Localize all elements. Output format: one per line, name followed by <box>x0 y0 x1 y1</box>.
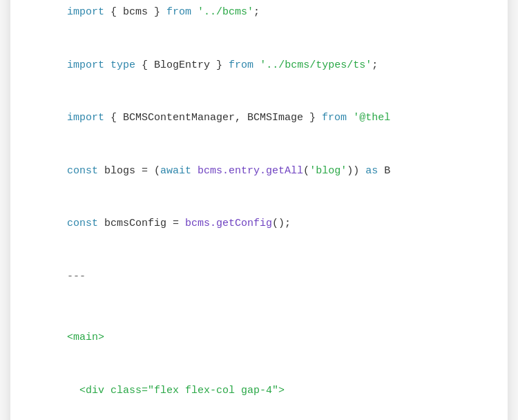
code-line-1: import { bcms } from '../bcms'; <box>30 0 488 39</box>
code-line-brace: { <box>30 417 488 420</box>
code-area: --- import { bcms } from '../bcms'; impo… <box>10 0 508 420</box>
code-line-2: import type { BlogEntry } from '../bcms/… <box>30 39 488 92</box>
code-line-tag-main: <main> <box>30 312 488 365</box>
code-line-3: import { BCMSContentManager, BCMSImage }… <box>30 92 488 145</box>
code-line-5: const bcmsConfig = bcms.getConfig(); <box>30 198 488 251</box>
code-card: /src/pages/blog.astro --- import { bcms … <box>10 0 508 420</box>
code-line-4: const blogs = (await bcms.entry.getAll('… <box>30 144 488 198</box>
separator-bottom: --- <box>30 250 488 303</box>
code-line-div: <div class="flex flex-col gap-4"> <box>30 364 488 417</box>
